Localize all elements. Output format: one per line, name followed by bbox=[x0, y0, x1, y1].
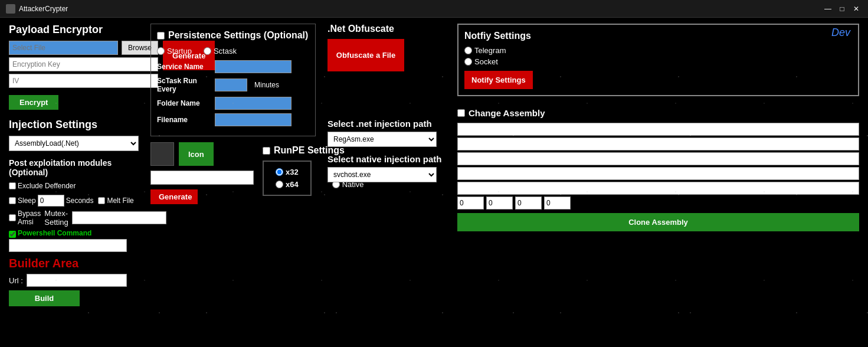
x64-item: x64 bbox=[276, 180, 299, 189]
notify-title: Notfiy Settings bbox=[464, 31, 852, 41]
telegram-item: Telegram bbox=[464, 46, 852, 55]
net-injection-title: Select .net injection path bbox=[327, 119, 446, 129]
spinner-0[interactable] bbox=[457, 197, 484, 209]
icon-name-input[interactable] bbox=[150, 171, 254, 185]
x32-item: x32 bbox=[276, 168, 299, 176]
net-injection-section: Select .net injection path RegAsm.exe MS… bbox=[327, 119, 446, 147]
persistence-section: Persistence Settings (Optional) Startup … bbox=[150, 24, 316, 136]
x64-radio[interactable] bbox=[276, 181, 283, 188]
url-label: Url : bbox=[9, 276, 23, 285]
notify-settings-button[interactable]: Notify Settings bbox=[464, 71, 533, 89]
spinner-3[interactable] bbox=[544, 197, 571, 209]
runpe-generate-button[interactable]: Generate bbox=[150, 189, 198, 204]
exclude-defender-label: Exclude Deffender bbox=[18, 182, 76, 190]
socket-item: Socket bbox=[464, 57, 852, 66]
socket-label: Socket bbox=[474, 57, 498, 66]
middle-column: Persistence Settings (Optional) Startup … bbox=[150, 24, 316, 341]
telegram-radio[interactable] bbox=[464, 47, 472, 54]
encrypt-button[interactable]: Encrypt bbox=[9, 95, 58, 110]
exclude-defender-check[interactable] bbox=[9, 182, 16, 189]
runpe-arch-box: x32 x64 bbox=[263, 161, 312, 196]
persistence-check[interactable] bbox=[157, 32, 165, 40]
app-title: AttackerCrypter bbox=[19, 5, 68, 13]
file-row: Browse bbox=[9, 41, 158, 55]
url-row: Url : bbox=[9, 274, 139, 287]
sctask-run-row: ScTask Run Every 0 Minutes bbox=[157, 77, 309, 93]
sleep-input[interactable]: 0 bbox=[38, 195, 64, 207]
assembly-field-0[interactable] bbox=[457, 123, 859, 136]
spinner-1[interactable] bbox=[486, 197, 513, 209]
runpe-check[interactable] bbox=[263, 147, 270, 155]
sleep-check[interactable] bbox=[9, 197, 16, 204]
spinner-2[interactable] bbox=[515, 197, 542, 209]
melt-file-item: Melt File bbox=[98, 197, 133, 205]
bypass-amsi-check[interactable] bbox=[9, 214, 16, 221]
url-input[interactable] bbox=[27, 274, 127, 287]
native-injection-title: Select native injection path bbox=[327, 154, 446, 164]
service-name-row: Service Name Windows Updater bbox=[157, 60, 309, 73]
seconds-label: Seconds bbox=[66, 197, 94, 205]
filename-label: Filename bbox=[157, 116, 210, 124]
melt-file-label: Melt File bbox=[107, 197, 133, 205]
service-name-input[interactable]: Windows Updater bbox=[215, 60, 291, 73]
icon-area: Icon bbox=[150, 142, 254, 166]
clone-assembly-button[interactable]: Clone Assembly bbox=[457, 213, 859, 231]
ps-input[interactable]: Start-Process "https://www.google.com/" bbox=[9, 239, 127, 252]
persistence-radios: Startup Sctask bbox=[157, 47, 309, 55]
melt-file-check[interactable] bbox=[98, 197, 105, 204]
assembly-field-3[interactable] bbox=[457, 167, 859, 180]
assembly-field-1[interactable] bbox=[457, 138, 859, 150]
assembly-check[interactable] bbox=[457, 109, 465, 117]
notify-section: Notfiy Settings Telegram Socket Notify S… bbox=[457, 24, 859, 96]
injection-section: Injection Settings AssemblyLoad(.Net) Pr… bbox=[9, 119, 139, 151]
iv-input[interactable] bbox=[9, 74, 158, 88]
injection-title: Injection Settings bbox=[9, 119, 139, 131]
icon-section: Icon Generate bbox=[150, 142, 254, 204]
sctask-run-input[interactable]: 0 bbox=[215, 78, 247, 91]
powershell-label: Powershell Command bbox=[18, 229, 91, 237]
enc-key-input[interactable] bbox=[9, 57, 158, 71]
file-input[interactable] bbox=[9, 41, 118, 55]
mutex-label: Mutex-Setting bbox=[44, 209, 68, 227]
assembly-field-2[interactable] bbox=[457, 152, 859, 165]
assembly-title: Change Assembly bbox=[457, 108, 859, 118]
filename-row: Filename Windows-Updater bbox=[157, 113, 309, 126]
builder-title: Builder Area bbox=[9, 257, 139, 270]
bypass-amsi-item: Bypass Amsi bbox=[9, 209, 41, 226]
startup-radio[interactable] bbox=[157, 47, 165, 55]
x32-label: x32 bbox=[286, 168, 299, 176]
minimize-button[interactable]: — bbox=[822, 3, 834, 15]
sctask-radio[interactable] bbox=[204, 47, 211, 55]
net-injection-dropdown[interactable]: RegAsm.exe MSBuild.exe InstallUtil.exe bbox=[327, 132, 437, 147]
assembly-section: Change Assembly Clone Assembly bbox=[457, 108, 859, 231]
powershell-check[interactable] bbox=[9, 231, 16, 238]
bypass-amsi-label: Bypass Amsi bbox=[18, 209, 41, 226]
filename-input[interactable]: Windows-Updater bbox=[215, 113, 291, 126]
obfuscate-button[interactable]: Obfuscate a File bbox=[327, 39, 404, 71]
persistence-title-text: Persistence Settings (Optional) bbox=[168, 30, 308, 41]
folder-name-row: Folder Name Windows bbox=[157, 97, 309, 110]
assembly-field-4[interactable] bbox=[457, 182, 859, 195]
mutex-row: Bypass Amsi Mutex-Setting bbox=[9, 209, 139, 227]
icon-button[interactable]: Icon bbox=[179, 142, 214, 166]
native-injection-dropdown[interactable]: svchost.exe explorer.exe notepad.exe bbox=[327, 167, 437, 182]
close-button[interactable]: ✕ bbox=[850, 3, 862, 15]
titlebar-left: AttackerCrypter bbox=[6, 4, 68, 14]
obfuscate-section: .Net Obfuscate Obfuscate a File bbox=[327, 24, 446, 71]
injection-dropdown[interactable]: AssemblyLoad(.Net) Process Hollowing Thr… bbox=[9, 136, 139, 151]
fields-col: Browse bbox=[9, 41, 158, 90]
x32-radio[interactable] bbox=[276, 168, 283, 176]
maximize-button[interactable]: □ bbox=[836, 3, 848, 15]
generate-row: Browse Generate bbox=[9, 41, 139, 90]
assembly-title-text: Change Assembly bbox=[469, 108, 545, 118]
folder-name-input[interactable]: Windows bbox=[215, 97, 291, 110]
icon-box bbox=[150, 142, 174, 166]
app-icon bbox=[6, 4, 15, 14]
sleep-item: Sleep 0 Seconds bbox=[9, 195, 93, 207]
dev-link[interactable]: Dev bbox=[831, 27, 850, 39]
socket-radio[interactable] bbox=[464, 58, 472, 66]
assembly-spinners bbox=[457, 197, 859, 209]
titlebar: AttackerCrypter — □ ✕ bbox=[0, 0, 868, 18]
left-column: Payload Encryptor Browse Generate Enc bbox=[9, 24, 139, 341]
build-button[interactable]: Build bbox=[9, 290, 80, 306]
